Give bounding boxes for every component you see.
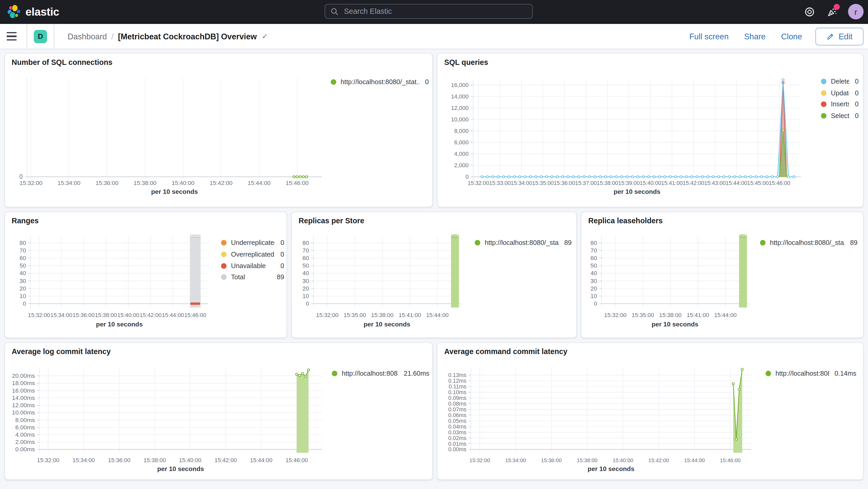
svg-text:70: 70 bbox=[302, 247, 309, 254]
chart-sql-queries[interactable]: 15:32:0015:33:0015:34:0015:35:0015:36:00… bbox=[437, 54, 863, 207]
svg-text:15:42:00: 15:42:00 bbox=[215, 457, 237, 463]
panel-replicas-per-store: Replicas per Store 15:32:0015:35:0015:38… bbox=[291, 212, 577, 338]
legend: http://localhost:8080/_sta...89 bbox=[760, 237, 857, 248]
svg-text:0.12ms: 0.12ms bbox=[448, 378, 466, 384]
svg-text:per 10 seconds: per 10 seconds bbox=[157, 465, 204, 472]
search-icon bbox=[331, 7, 339, 16]
help-icon bbox=[804, 6, 814, 17]
dashboard-grid: Number of SQL connections 15:32:0015:34:… bbox=[0, 49, 868, 489]
share-button[interactable]: Share bbox=[744, 32, 765, 41]
svg-text:0.06ms: 0.06ms bbox=[448, 412, 466, 419]
panel-replica-leaseholders: Replica leaseholders 15:32:0015:35:0015:… bbox=[581, 212, 864, 338]
legend-label: Unavailable bbox=[231, 262, 266, 270]
svg-text:15:40:00: 15:40:00 bbox=[117, 312, 139, 318]
svg-text:15:38:00: 15:38:00 bbox=[95, 312, 117, 318]
search-input[interactable] bbox=[343, 7, 512, 16]
svg-text:12,000: 12,000 bbox=[451, 105, 469, 111]
legend-dot bbox=[221, 240, 226, 246]
legend-item[interactable]: http://localhost:8080/_stat...0 bbox=[331, 76, 429, 88]
chart-avg-log-commit-latency[interactable]: 15:32:0015:34:0015:36:0015:38:0015:40:00… bbox=[5, 343, 432, 479]
help-button[interactable] bbox=[803, 5, 816, 18]
svg-text:80: 80 bbox=[590, 239, 597, 246]
svg-text:40: 40 bbox=[20, 270, 26, 276]
legend-label: http://localhost:8080/_sta... bbox=[485, 239, 559, 247]
svg-text:15:44:00: 15:44:00 bbox=[684, 457, 705, 463]
svg-text:15:46:00: 15:46:00 bbox=[720, 457, 740, 463]
svg-text:10: 10 bbox=[590, 293, 597, 299]
legend-item[interactable]: http://localhost:8080/_sta...89 bbox=[475, 237, 571, 248]
svg-text:6.00ms: 6.00ms bbox=[16, 424, 35, 431]
legend-dot bbox=[766, 370, 771, 376]
breadcrumb-separator: / bbox=[111, 32, 114, 41]
menu-button[interactable] bbox=[7, 30, 20, 43]
user-avatar[interactable]: r bbox=[848, 4, 864, 20]
news-feed-button[interactable] bbox=[825, 5, 839, 18]
clone-button[interactable]: Clone bbox=[781, 32, 802, 41]
legend-item[interactable]: Updates0 bbox=[821, 87, 859, 99]
chart-avg-command-commit-latency[interactable]: 15:32:0015:34:0015:36:0015:38:0015:40:00… bbox=[437, 343, 863, 479]
legend-item[interactable]: Inserts0 bbox=[821, 99, 859, 110]
svg-text:15:40:00: 15:40:00 bbox=[613, 457, 633, 463]
svg-text:15:43:00: 15:43:00 bbox=[704, 180, 726, 186]
svg-text:15:46:00: 15:46:00 bbox=[286, 180, 309, 186]
legend-label: Overreplicated bbox=[231, 250, 274, 258]
legend-label: http://localhost:8080/_stat... bbox=[341, 78, 420, 86]
legend-dot bbox=[475, 240, 480, 246]
svg-text:8,000: 8,000 bbox=[454, 128, 468, 134]
svg-text:per 10 seconds: per 10 seconds bbox=[151, 188, 198, 195]
full-screen-button[interactable]: Full screen bbox=[689, 32, 729, 41]
legend-item[interactable]: http://localhost:8080...0.14ms bbox=[766, 367, 857, 379]
svg-text:15:41:00: 15:41:00 bbox=[399, 312, 421, 318]
edit-button[interactable]: Edit bbox=[815, 27, 864, 45]
svg-text:15:41:00: 15:41:00 bbox=[687, 312, 709, 318]
svg-text:50: 50 bbox=[590, 262, 597, 269]
legend-item[interactable]: Underreplicated0 bbox=[221, 237, 284, 248]
elastic-logo-icon bbox=[7, 4, 22, 20]
svg-text:15:44:00: 15:44:00 bbox=[714, 312, 737, 318]
global-search[interactable] bbox=[324, 4, 533, 19]
legend-item[interactable]: Overreplicated0 bbox=[221, 248, 284, 260]
top-navigation-bar: elastic bbox=[0, 0, 868, 24]
svg-text:15:38:00: 15:38:00 bbox=[144, 457, 166, 463]
legend-value: 0 bbox=[275, 250, 284, 258]
legend-item[interactable]: Deletes0 bbox=[821, 76, 859, 87]
svg-text:15:34:00: 15:34:00 bbox=[58, 180, 81, 186]
dashboard-app-badge[interactable]: D bbox=[34, 30, 47, 43]
svg-text:0.10ms: 0.10ms bbox=[448, 389, 466, 395]
svg-text:6,000: 6,000 bbox=[454, 139, 468, 146]
notification-badge bbox=[834, 4, 840, 10]
legend-item[interactable]: http://localhost:808...21.60ms bbox=[332, 367, 429, 379]
legend-value: 89 bbox=[271, 273, 284, 281]
svg-text:15:44:00: 15:44:00 bbox=[250, 457, 272, 463]
svg-text:15:33:00: 15:33:00 bbox=[489, 180, 511, 186]
svg-text:2.00ms: 2.00ms bbox=[16, 438, 35, 445]
svg-text:80: 80 bbox=[302, 239, 309, 246]
legend-item[interactable]: Unavailable0 bbox=[221, 260, 284, 272]
chart-replicas-per-store[interactable]: 15:32:0015:35:0015:38:0015:41:0015:44:00… bbox=[292, 212, 576, 338]
elastic-home-link[interactable]: elastic bbox=[7, 4, 59, 20]
chart-replica-leaseholders[interactable]: 15:32:0015:35:0015:38:0015:41:0015:44:00… bbox=[582, 212, 863, 338]
svg-text:15:40:00: 15:40:00 bbox=[179, 457, 201, 463]
legend-value: 0 bbox=[849, 78, 858, 86]
breadcrumb-dashboard[interactable]: Dashboard bbox=[67, 32, 107, 41]
svg-text:15:32:00: 15:32:00 bbox=[20, 180, 42, 186]
legend-dot bbox=[821, 90, 826, 96]
svg-text:16.00ms: 16.00ms bbox=[12, 387, 35, 394]
legend-item[interactable]: Total89 bbox=[221, 272, 284, 283]
svg-text:15:44:00: 15:44:00 bbox=[162, 312, 184, 318]
svg-text:15:38:00: 15:38:00 bbox=[371, 312, 394, 318]
svg-text:0: 0 bbox=[23, 300, 26, 307]
legend-item[interactable]: Selects0 bbox=[821, 110, 859, 122]
svg-text:0.00ms: 0.00ms bbox=[448, 446, 466, 453]
svg-text:15:37:00: 15:37:00 bbox=[575, 180, 597, 186]
svg-text:15:46:00: 15:46:00 bbox=[769, 180, 790, 186]
legend-label: http://localhost:808... bbox=[342, 369, 398, 377]
edit-button-label: Edit bbox=[839, 32, 852, 41]
legend: http://localhost:8080...0.14ms bbox=[766, 367, 857, 379]
legend-item[interactable]: http://localhost:8080/_sta...89 bbox=[760, 237, 857, 248]
svg-text:4,000: 4,000 bbox=[454, 151, 468, 157]
svg-text:15:32:00: 15:32:00 bbox=[469, 457, 490, 463]
divider bbox=[54, 24, 54, 49]
legend-dot bbox=[221, 263, 226, 269]
svg-text:30: 30 bbox=[302, 277, 309, 284]
